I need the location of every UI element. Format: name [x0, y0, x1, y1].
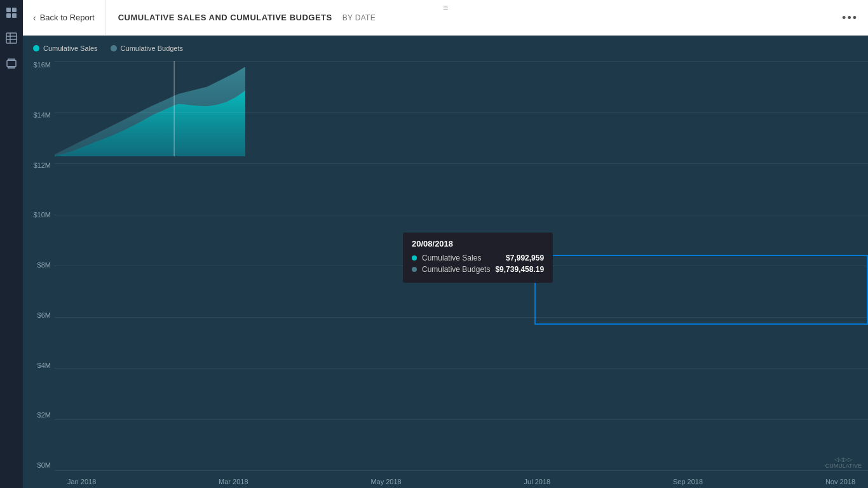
- table-icon[interactable]: [4, 30, 19, 46]
- chart-sub-title: BY DATE: [342, 13, 376, 22]
- chart-main-title: CUMULATIVE SALES AND CUMULATIVE BUDGETS: [118, 13, 332, 22]
- y-label-4m: $4M: [37, 362, 51, 369]
- tooltip-value-sales: $7,992,959: [506, 254, 544, 262]
- tooltip-row-sales: Cumulative Sales $7,992,959: [412, 254, 544, 262]
- grid-line: [55, 215, 868, 215]
- y-axis: $16M $14M $12M $10M $8M $6M $4M $2M $0M: [23, 61, 55, 469]
- chart-title-section: CUMULATIVE SALES AND CUMULATIVE BUDGETS …: [105, 13, 388, 22]
- legend-label-budgets: Cumulative Budgets: [121, 44, 183, 52]
- chevron-left-icon: ‹: [33, 13, 36, 23]
- svg-rect-3: [12, 13, 17, 18]
- y-label-8m: $8M: [37, 261, 51, 269]
- legend-item-sales: Cumulative Sales: [33, 44, 98, 52]
- chart-legend: Cumulative Sales Cumulative Budgets: [33, 44, 183, 52]
- svg-rect-10: [8, 67, 15, 68]
- x-label-may: May 2018: [370, 478, 401, 485]
- legend-label-sales: Cumulative Sales: [43, 44, 98, 52]
- x-label-jan: Jan 2018: [67, 478, 96, 485]
- tooltip-dot-budgets: [412, 267, 417, 272]
- legend-dot-budgets: [111, 45, 117, 51]
- grid-line: [55, 368, 868, 369]
- watermark: ◁◁▷▷ CUMULATIVE: [825, 456, 862, 469]
- back-to-report-button[interactable]: ‹ Back to Report: [23, 0, 105, 35]
- layers-icon[interactable]: [4, 56, 19, 71]
- svg-rect-4: [6, 33, 17, 43]
- y-label-2m: $2M: [37, 411, 51, 419]
- x-label-nov: Nov 2018: [825, 478, 855, 485]
- tooltip-label-sales: Cumulative Sales: [422, 254, 501, 262]
- back-button-label: Back to Report: [40, 13, 95, 22]
- sidebar: [0, 0, 23, 488]
- grid-line: [55, 419, 868, 420]
- grid-line: [55, 163, 868, 164]
- grid-line: [55, 112, 868, 113]
- grid-line: [55, 61, 868, 62]
- svg-rect-9: [8, 59, 15, 60]
- y-label-14m: $14M: [33, 111, 51, 119]
- svg-rect-1: [12, 8, 17, 12]
- tooltip-dot-sales: [412, 255, 417, 261]
- legend-dot-sales: [33, 45, 39, 51]
- y-label-12m: $12M: [33, 161, 51, 169]
- svg-rect-2: [6, 13, 11, 18]
- tooltip-date: 20/08/2018: [412, 239, 544, 248]
- x-label-sep: Sep 2018: [673, 478, 703, 485]
- topbar: ≡ ‹ Back to Report CUMULATIVE SALES AND …: [23, 0, 868, 36]
- watermark-icon: ◁◁▷▷: [825, 456, 862, 463]
- drag-handle: ≡: [443, 3, 448, 13]
- tooltip-value-budgets: $9,739,458.19: [495, 265, 544, 274]
- tooltip-label-budgets: Cumulative Budgets: [422, 265, 490, 274]
- grid-icon[interactable]: [4, 5, 19, 20]
- legend-item-budgets: Cumulative Budgets: [111, 44, 183, 52]
- watermark-label: CUMULATIVE: [825, 463, 862, 469]
- chart-area: Cumulative Sales Cumulative Budgets $16M…: [23, 36, 868, 488]
- x-axis: Jan 2018 Mar 2018 May 2018 Jul 2018 Sep …: [55, 478, 868, 485]
- svg-rect-8: [7, 60, 16, 67]
- y-label-0m: $0M: [37, 461, 51, 469]
- y-label-10m: $10M: [33, 211, 51, 219]
- chart-tooltip: 20/08/2018 Cumulative Sales $7,992,959 C…: [403, 233, 553, 283]
- grid-line: [55, 317, 868, 318]
- svg-rect-0: [6, 8, 11, 12]
- x-label-jul: Jul 2018: [524, 478, 551, 485]
- grid-line: [55, 470, 868, 471]
- more-options-button[interactable]: •••: [842, 11, 858, 24]
- x-label-mar: Mar 2018: [219, 478, 248, 485]
- y-label-16m: $16M: [33, 61, 51, 69]
- y-label-6m: $6M: [37, 311, 51, 319]
- tooltip-row-budgets: Cumulative Budgets $9,739,458.19: [412, 265, 544, 274]
